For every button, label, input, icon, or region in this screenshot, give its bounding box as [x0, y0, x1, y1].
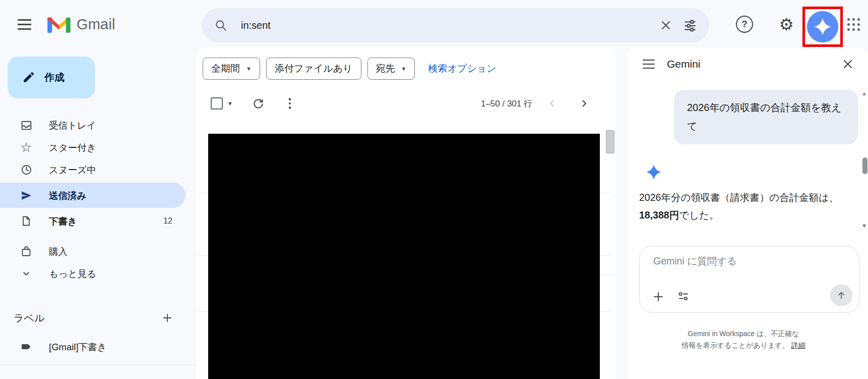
gmail-logo: Gmail	[46, 12, 115, 36]
gmail-wordmark: Gmail	[77, 16, 115, 33]
response-amount: 18,388円	[639, 209, 679, 221]
advanced-search-link[interactable]: 検索オプション	[428, 62, 496, 75]
search-options-icon[interactable]	[678, 13, 702, 37]
search-bar[interactable]: in:sent	[202, 8, 709, 42]
draft-icon	[19, 215, 33, 227]
disclaimer-line1: Gemini in Workspace は、不正確な	[688, 330, 799, 338]
sidebar-item-starred[interactable]: ☆ スター付き	[0, 136, 185, 158]
chat-scroll-down-arrow[interactable]: ▼	[861, 223, 867, 229]
gemini-response-text: 2026年分の領収書（請求書）の合計金額は、18,388円でした。	[639, 189, 862, 224]
select-dropdown-icon[interactable]: ▼	[227, 100, 233, 106]
sidebar-item-label: 受信トレイ	[49, 119, 96, 132]
sidebar-item-more[interactable]: もっと見る	[0, 262, 185, 285]
search-icon[interactable]	[209, 13, 233, 37]
mail-list-card: 全期間 ▼ 添付ファイルあり 宛先 ▼ 検索オプション ▼ 1–50 / 301…	[197, 48, 616, 379]
more-options-kebab-icon[interactable]	[287, 96, 293, 111]
chat-scroll-up-arrow[interactable]: ▲	[861, 90, 867, 96]
redacted-email-list	[208, 134, 600, 379]
chevron-down-icon	[19, 268, 33, 279]
help-icon: ?	[736, 16, 753, 33]
google-apps-grid-icon[interactable]	[841, 12, 865, 36]
main-menu-icon[interactable]	[13, 13, 35, 35]
clock-icon	[19, 164, 33, 176]
gemini-menu-icon[interactable]	[643, 60, 655, 69]
chip-label: 添付ファイルあり	[275, 62, 353, 75]
sidebar: 作成 受信トレイ ☆ スター付き スヌーズ中	[0, 48, 197, 379]
chip-label: 全期間	[211, 62, 240, 75]
help-button[interactable]: ?	[732, 12, 757, 36]
gemini-side-panel: Gemini 2026年の領収書の合計金額を教えて 2026年分の領収書（請求書…	[628, 48, 868, 379]
sidebar-item-label: 購入	[49, 245, 68, 258]
label-tag-icon	[19, 341, 33, 353]
mail-row-separator	[600, 276, 616, 276]
label-name: [Gmail]下書き	[49, 341, 107, 353]
clear-search-icon[interactable]	[654, 13, 678, 37]
search-input[interactable]: in:sent	[241, 20, 654, 31]
mail-list-scrollbar-thumb[interactable]	[606, 130, 614, 153]
pagination-label: 1–50 / 301 行	[481, 98, 532, 110]
send-prompt-button[interactable]	[830, 284, 852, 306]
chip-label: 宛先	[376, 62, 395, 75]
disclaimer-details-link[interactable]: 詳細	[791, 341, 805, 349]
pencil-icon	[22, 71, 35, 84]
settings-gear-icon[interactable]: ⚙	[774, 12, 798, 36]
create-label-plus-icon[interactable]	[158, 309, 176, 327]
chat-scrollbar-thumb[interactable]	[862, 157, 867, 174]
gemini-panel-title: Gemini	[667, 58, 701, 70]
search-filter-chips: 全期間 ▼ 添付ファイルあり 宛先 ▼ 検索オプション	[203, 58, 497, 80]
topbar: Gmail in:sent ? ⚙	[0, 0, 868, 48]
sidebar-item-label: スター付き	[49, 141, 96, 154]
chip-to[interactable]: 宛先 ▼	[367, 58, 415, 80]
sidebar-nav: 受信トレイ ☆ スター付き スヌーズ中 送信済み	[0, 114, 197, 285]
refresh-icon[interactable]	[252, 97, 265, 110]
gemini-input-box[interactable]: Gemini に質問する	[639, 246, 859, 313]
highlight-red-box	[802, 7, 843, 47]
sidebar-item-label: 送信済み	[49, 189, 86, 202]
user-message-bubble: 2026年の領収書の合計金額を教えて	[674, 90, 858, 144]
sidebar-item-snoozed[interactable]: スヌーズ中	[0, 158, 185, 181]
attach-plus-icon[interactable]	[651, 289, 666, 304]
close-panel-icon[interactable]	[838, 54, 858, 74]
send-icon	[19, 189, 33, 202]
labels-heading: ラベル	[14, 311, 44, 325]
sidebar-item-label: スヌーズ中	[49, 164, 96, 176]
star-icon: ☆	[19, 141, 33, 154]
sidebar-item-label: もっと見る	[49, 267, 96, 280]
gemini-disclaimer: Gemini in Workspace は、不正確な 情報を表示することがありま…	[628, 328, 859, 351]
list-toolbar: ▼ 1–50 / 301 行	[197, 91, 616, 116]
gemini-panel-header: Gemini	[628, 48, 868, 80]
sidebar-divider	[0, 365, 197, 365]
prompt-tools-icon[interactable]	[676, 289, 691, 304]
sidebar-label-gmail-drafts[interactable]: [Gmail]下書き	[0, 336, 185, 358]
sidebar-item-drafts[interactable]: 下書き 12	[0, 210, 185, 232]
response-prefix: 2026年分の領収書（請求書）の合計金額は、	[639, 192, 839, 203]
shopping-bag-icon	[19, 245, 33, 257]
drafts-count: 12	[163, 216, 172, 226]
labels-section-header: ラベル	[0, 307, 185, 329]
compose-label: 作成	[44, 71, 65, 84]
compose-button[interactable]: 作成	[8, 57, 95, 98]
next-page-icon[interactable]	[579, 98, 590, 109]
chevron-down-icon: ▼	[246, 66, 252, 72]
sidebar-item-purchases[interactable]: 購入	[0, 240, 185, 262]
sidebar-item-sent[interactable]: 送信済み	[0, 183, 185, 208]
gemini-response-sparkle-icon	[646, 165, 661, 182]
chip-has-attachment[interactable]: 添付ファイルあり	[266, 58, 361, 80]
sidebar-item-inbox[interactable]: 受信トレイ	[0, 114, 185, 136]
chip-date-range[interactable]: 全期間 ▼	[203, 58, 260, 80]
gemini-input-placeholder[interactable]: Gemini に質問する	[653, 254, 737, 268]
sidebar-item-label: 下書き	[49, 215, 77, 228]
previous-page-icon[interactable]	[546, 98, 557, 109]
gmail-m-icon	[46, 15, 72, 34]
chevron-down-icon: ▼	[401, 66, 407, 72]
disclaimer-line2: 情報を表示することがあります。	[681, 341, 789, 349]
select-all-checkbox[interactable]	[211, 97, 223, 110]
inbox-icon	[19, 119, 33, 132]
response-suffix: でした。	[679, 209, 719, 221]
